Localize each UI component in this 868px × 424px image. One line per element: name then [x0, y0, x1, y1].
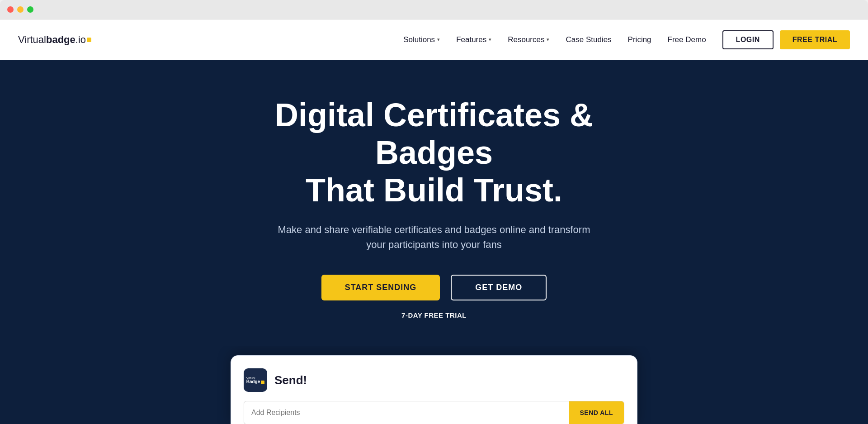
hero-buttons: START SENDING GET DEMO 7-DAY FREE TRIAL — [321, 275, 547, 319]
nav-label-case-studies: Case Studies — [566, 35, 611, 44]
login-button[interactable]: LOGIN — [722, 30, 774, 49]
chevron-down-icon: ▾ — [489, 37, 491, 43]
send-all-button[interactable]: SEND ALL — [569, 401, 624, 424]
nav-links: Solutions ▾ Features ▾ Resources ▾ Case … — [403, 35, 706, 44]
nav-item-case-studies[interactable]: Case Studies — [566, 35, 611, 44]
logo[interactable]: Virtualbadge.io — [18, 34, 91, 46]
nav-actions: LOGIN FREE TRIAL — [722, 30, 850, 49]
nav-item-pricing[interactable]: Pricing — [628, 35, 651, 44]
get-demo-button[interactable]: GET DEMO — [451, 275, 547, 300]
app-logo-badge-text: Badge — [246, 380, 260, 384]
nav-label-free-demo: Free Demo — [668, 35, 706, 44]
trial-note: 7-DAY FREE TRIAL — [401, 311, 467, 319]
start-sending-button[interactable]: START SENDING — [321, 275, 440, 300]
navbar: Virtualbadge.io Solutions ▾ Features ▾ R… — [0, 19, 868, 60]
hero-section: Digital Certificates & Badges That Build… — [0, 60, 868, 346]
logo-io-text: .io — [75, 34, 86, 46]
nav-item-resources[interactable]: Resources ▾ — [508, 35, 549, 44]
logo-accent-dot — [87, 38, 91, 42]
hero-buttons-row: START SENDING GET DEMO — [321, 275, 547, 300]
chevron-down-icon: ▾ — [547, 37, 549, 43]
nav-item-solutions[interactable]: Solutions ▾ — [403, 35, 440, 44]
recipients-input[interactable] — [244, 409, 569, 417]
hero-subheadline: Make and share verifiable certificates a… — [276, 222, 592, 252]
free-trial-button[interactable]: FREE TRIAL — [780, 30, 850, 49]
close-button[interactable] — [7, 6, 14, 13]
app-preview-section: Virtual Badge Send! SEND ALL — [0, 346, 868, 424]
nav-label-features: Features — [456, 35, 486, 44]
minimize-button[interactable] — [17, 6, 24, 13]
nav-item-features[interactable]: Features ▾ — [456, 35, 491, 44]
logo-virtual-text: Virtual — [18, 34, 46, 46]
nav-label-solutions: Solutions — [403, 35, 435, 44]
app-logo-accent — [261, 381, 264, 384]
maximize-button[interactable] — [27, 6, 33, 13]
nav-label-resources: Resources — [508, 35, 544, 44]
window-chrome — [0, 0, 868, 19]
hero-headline: Digital Certificates & Badges That Build… — [231, 96, 637, 209]
app-card: Virtual Badge Send! SEND ALL — [231, 355, 637, 424]
app-card-header: Virtual Badge Send! — [244, 368, 624, 392]
recipients-bar: SEND ALL — [244, 401, 624, 424]
app-logo-badge: Virtual Badge — [244, 368, 267, 392]
logo-badge-text: badge — [46, 34, 75, 46]
nav-label-pricing: Pricing — [628, 35, 651, 44]
chevron-down-icon: ▾ — [437, 37, 440, 43]
send-title: Send! — [274, 373, 307, 387]
nav-item-free-demo[interactable]: Free Demo — [668, 35, 706, 44]
